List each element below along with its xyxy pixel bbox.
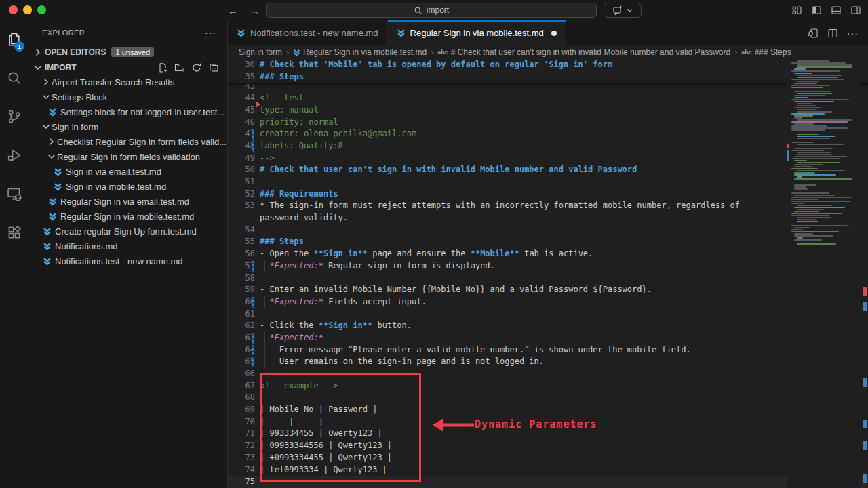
gutter-modified-indicator xyxy=(252,141,254,152)
line-number: 56 xyxy=(228,248,260,260)
command-center-search[interactable]: import xyxy=(266,3,597,18)
tree-item-label: Sign in via email.test.md xyxy=(66,167,161,177)
copilot-button[interactable] xyxy=(604,3,642,18)
indent-guide xyxy=(264,332,265,344)
indent-guide xyxy=(264,356,265,368)
code-line[interactable]: 61 xyxy=(228,308,868,321)
refresh-icon[interactable] xyxy=(191,62,202,73)
tree-item[interactable]: Sign in form xyxy=(28,119,227,134)
code-text: ### Requirements xyxy=(260,188,868,201)
code-line[interactable]: 48labels: Quality:8 xyxy=(228,140,868,152)
code-line[interactable]: 30# Check that 'Mobile' tab is opened by… xyxy=(228,59,868,71)
code-line[interactable]: 53* The sign-in form must reject attempt… xyxy=(228,200,868,212)
code-line[interactable]: 51 xyxy=(228,176,868,188)
tree-item[interactable]: Regular Sign in form fields validation xyxy=(28,149,227,164)
tree-item[interactable]: Regular Sign in via email.test.md xyxy=(28,194,227,209)
code-line[interactable]: 60 *Expected:* Fields accept input. xyxy=(228,296,868,308)
tree-item[interactable]: Sign in via mobile.test.md xyxy=(28,179,227,194)
activity-search[interactable] xyxy=(0,60,28,96)
activity-explorer[interactable]: 1 xyxy=(0,22,28,57)
dirty-indicator-dot[interactable] xyxy=(551,30,557,36)
code-line[interactable]: 44<!-- test xyxy=(228,92,868,104)
open-editors-section[interactable]: OPEN EDITORS 1 unsaved xyxy=(28,45,227,60)
activity-extensions[interactable] xyxy=(0,215,28,250)
breadcrumb-item[interactable]: Regular Sign in via mobile.test.md xyxy=(293,47,427,57)
tree-item[interactable]: Notifications.md xyxy=(28,239,227,253)
line-number: 47 xyxy=(228,128,260,140)
new-file-icon[interactable] xyxy=(157,62,168,73)
code-text: - Click the **Sign in** button. xyxy=(260,320,868,332)
activity-source-control[interactable] xyxy=(0,99,28,134)
explorer-more-actions[interactable]: ··· xyxy=(205,27,216,38)
search-query-text: import xyxy=(427,5,449,15)
activity-run-debug[interactable] xyxy=(0,138,28,173)
toggle-primary-sidebar-icon[interactable] xyxy=(811,5,822,16)
code-line[interactable]: 59- Enter an invalid Mobile Number {{Mob… xyxy=(228,284,868,296)
overview-ruler-mark xyxy=(863,287,867,296)
chevron-right-icon xyxy=(33,47,43,58)
import-folder-section[interactable]: IMPORT xyxy=(28,60,227,75)
symbol-string-icon: abc xyxy=(437,49,448,56)
search-icon xyxy=(7,70,22,85)
code-line[interactable]: 49--> xyxy=(228,152,868,165)
close-window-button[interactable] xyxy=(9,5,18,14)
tree-item[interactable]: Regular Sign in via mobile.test.md xyxy=(28,209,227,224)
maximize-window-button[interactable] xyxy=(37,5,46,14)
tree-item-label: Regular Sign in form fields validation xyxy=(57,152,200,162)
minimap[interactable] xyxy=(787,59,861,488)
code-line[interactable]: 65 User remains on the sign-in page and … xyxy=(228,356,868,368)
code-text: --> xyxy=(260,152,868,165)
tree-item[interactable]: Settings block for not logged-in user.te… xyxy=(28,104,227,119)
tree-item-label: Regular Sign in via email.test.md xyxy=(60,197,189,207)
indent-guide xyxy=(264,260,265,272)
code-line[interactable]: 46priority: normal xyxy=(228,117,868,129)
code-line[interactable]: 62- Click the **Sign in** button. xyxy=(228,320,868,332)
forward-arrow-icon[interactable]: → xyxy=(250,5,260,16)
code-text: <!-- test xyxy=(260,92,868,104)
breadcrumb: Sign in form›Regular Sign in via mobile.… xyxy=(228,45,868,59)
tab[interactable]: Notifications.test - new name.md xyxy=(228,20,388,45)
activity-remote-explorer[interactable] xyxy=(0,176,28,211)
code-line[interactable]: 56- Open the **Sign in** page and ensure… xyxy=(228,248,868,260)
more-actions-icon[interactable]: ··· xyxy=(847,28,859,39)
code-line[interactable]: 55### Steps xyxy=(228,236,868,248)
breadcrumb-item[interactable]: Sign in form xyxy=(239,47,282,57)
tree-item[interactable]: Airport Transfer Search Results xyxy=(28,75,227,89)
toggle-panel-icon[interactable] xyxy=(831,5,842,16)
code-line[interactable]: 52### Requirements xyxy=(228,188,868,201)
overview-ruler-mark xyxy=(863,420,867,428)
tab-active[interactable]: Regular Sign in via mobile.test.md xyxy=(388,20,566,45)
line-number: 59 xyxy=(228,284,260,296)
code-line[interactable]: 47creator: olena_pchilka@gmail.com xyxy=(228,128,868,140)
toggle-secondary-sidebar-icon[interactable] xyxy=(850,5,861,16)
code-line[interactable]: 58 xyxy=(228,272,868,285)
code-line[interactable]: 45type: manual xyxy=(228,104,868,117)
code-line[interactable]: 35### Steps xyxy=(228,71,868,83)
back-arrow-icon[interactable]: ← xyxy=(228,5,238,16)
code-line[interactable]: 57 *Expected:* Regular sign-in form is d… xyxy=(228,260,868,272)
minimap-change-mark xyxy=(787,144,789,148)
import-folder-label: IMPORT xyxy=(45,63,77,73)
customize-layout-icon[interactable] xyxy=(791,5,802,16)
tree-item[interactable]: Sign in via email.test.md xyxy=(28,164,227,179)
gutter-marker-icon xyxy=(256,101,260,108)
new-folder-icon[interactable] xyxy=(174,62,185,73)
code-line[interactable]: 54 xyxy=(228,224,868,237)
tree-item[interactable]: Create regular Sign Up form.test.md xyxy=(28,224,227,239)
tree-item-label: Create regular Sign Up form.test.md xyxy=(55,226,197,237)
minimize-window-button[interactable] xyxy=(23,5,32,14)
breadcrumb-item[interactable]: abc### Steps xyxy=(741,47,791,57)
tree-item[interactable]: Notifications.test - new name.md xyxy=(28,253,227,268)
collapse-all-icon[interactable] xyxy=(208,62,219,73)
code-line[interactable]: password validity. xyxy=(228,212,868,224)
tree-item[interactable]: Settings Block xyxy=(28,89,227,104)
code-line[interactable]: 64 Error message “Please enter a valid m… xyxy=(228,344,868,357)
breadcrumb-item[interactable]: abc# Check that user can't sign in with … xyxy=(437,47,730,57)
code-line[interactable]: 50# Check that user can't sign in with i… xyxy=(228,164,868,176)
code-text: * The sign-in form must reject attempts … xyxy=(260,200,868,212)
open-preview-icon[interactable] xyxy=(808,28,818,39)
code-editor: 4344<!-- test45type: manual46priority: n… xyxy=(228,59,868,488)
tree-item[interactable]: Checklist Regular Sign in form fields va… xyxy=(28,134,227,149)
split-editor-icon[interactable] xyxy=(827,28,838,39)
code-line[interactable]: 63 *Expected:* xyxy=(228,332,868,344)
